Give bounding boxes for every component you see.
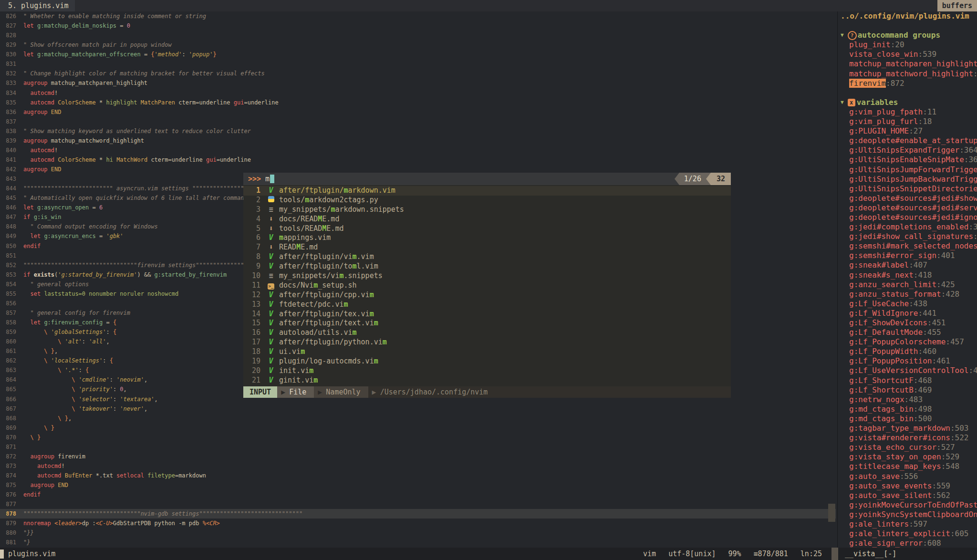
popup-file-row[interactable]: 7⬇README.md: [243, 243, 731, 252]
popup-file-row[interactable]: 16Vautoload/utils.vim: [243, 328, 731, 338]
popup-file-row[interactable]: 3≡my_snippets/markdown.snippets: [243, 205, 731, 215]
search-input[interactable]: m: [265, 175, 270, 183]
sidebar-item[interactable]: g:ale_sign_error:608: [838, 539, 977, 548]
code-line[interactable]: 870 \ }: [0, 433, 836, 442]
popup-file-row[interactable]: 2tools/markdown2ctags.py: [243, 196, 731, 205]
sidebar-section-header[interactable]: ▼?autocommand groups: [838, 31, 977, 40]
sidebar-item[interactable]: g:sneak#s_next:418: [838, 270, 977, 280]
sidebar-item[interactable]: g:Lf_UseVersionControlTool:464: [838, 366, 977, 375]
sidebar-item[interactable]: g:Lf_WildIgnore:441: [838, 309, 977, 318]
sidebar-item[interactable]: g:semshi#mark_selected_nodes:400: [838, 241, 977, 251]
sidebar-item[interactable]: g:Lf_ShortcutB:469: [838, 385, 977, 395]
sidebar-item[interactable]: plug_init:20: [838, 40, 977, 50]
sidebar-item[interactable]: g:netrw_nogx:483: [838, 395, 977, 404]
sidebar-item[interactable]: g:Lf_PopupColorscheme:457: [838, 337, 977, 347]
code-line[interactable]: 836augroup END: [0, 107, 836, 117]
popup-file-row[interactable]: 18Vui.vim: [243, 347, 731, 357]
sidebar-item[interactable]: g:tagbar_type_markdown:503: [838, 424, 977, 433]
sidebar-item[interactable]: g:yoinkSyncSystemClipboardOnFocus:580: [838, 510, 977, 519]
tab-plugins-vim[interactable]: 5. plugins.vim: [0, 0, 75, 11]
popup-file-row[interactable]: 5⬇tools/README.md: [243, 224, 731, 234]
code-line[interactable]: 839augroup matchup_matchword_highlight: [0, 136, 836, 145]
sidebar-item[interactable]: g:ale_linters:597: [838, 519, 977, 529]
code-line[interactable]: 838" Show matching keyword as underlined…: [0, 126, 836, 136]
sidebar-item[interactable]: g:Lf_ShortcutF:468: [838, 376, 977, 385]
code-line[interactable]: 867 \ 'takeover': 'never',: [0, 404, 836, 414]
code-line[interactable]: 873 autocmd!: [0, 461, 836, 471]
popup-file-row[interactable]: 12Vafter/ftplugin/cpp.vim: [243, 290, 731, 300]
code-line[interactable]: 841 autocmd ColorScheme * hi MatchWord c…: [0, 155, 836, 165]
sidebar-item[interactable]: g:vista_stay_on_open:529: [838, 452, 977, 462]
popup-file-row[interactable]: 13Vftdetect/pdc.vim: [243, 300, 731, 310]
collapse-arrow-icon[interactable]: ▼: [841, 31, 844, 40]
popup-file-row[interactable]: 15Vafter/ftplugin/text.vim: [243, 319, 731, 328]
popup-file-row[interactable]: 1Vafter/ftplugin/markdown.vim: [243, 186, 731, 196]
popup-file-row[interactable]: 20Vinit.vim: [243, 366, 731, 376]
sidebar-item[interactable]: g:UltiSnipsJumpBackwardTrigger:367: [838, 175, 977, 184]
sidebar-item[interactable]: g:Lf_PopupPosition:461: [838, 356, 977, 366]
sidebar-item[interactable]: g:vista_echo_cursor:527: [838, 443, 977, 452]
code-line[interactable]: 840 autocmd!: [0, 145, 836, 155]
popup-file-row[interactable]: 9Vafter/ftplugin/toml.vim: [243, 262, 731, 271]
code-line[interactable]: 834 autocmd!: [0, 88, 836, 98]
code-line[interactable]: 874 autocmd BufEnter *.txt setlocal file…: [0, 471, 836, 480]
sidebar-item[interactable]: g:jedi#show_call_signatures:382: [838, 232, 977, 241]
code-line[interactable]: 837: [0, 117, 836, 126]
code-line[interactable]: 869 \ }: [0, 423, 836, 433]
scrollbar-thumb[interactable]: [828, 504, 835, 522]
sidebar-item[interactable]: g:UltiSnipsSnippetDirectories:368: [838, 184, 977, 194]
sidebar-item[interactable]: g:vista#renderer#icons:522: [838, 433, 977, 443]
sidebar-item[interactable]: g:deoplete#enable_at_startup:358: [838, 136, 977, 145]
sidebar-item[interactable]: g:anzu_status_format:428: [838, 290, 977, 299]
popup-file-row[interactable]: 6Vmappings.vim: [243, 233, 731, 243]
code-line[interactable]: 833augroup matchup_matchparen_highlight: [0, 78, 836, 88]
sidebar-item[interactable]: g:md_ctags_bin:498: [838, 404, 977, 414]
sidebar-item[interactable]: g:UltiSnipsExpandTrigger:364: [838, 145, 977, 155]
sidebar-item[interactable]: firenvim:872: [838, 79, 977, 88]
sidebar-item[interactable]: g:UltiSnipsEnableSnipMate:365: [838, 155, 977, 165]
code-line[interactable]: 876endif: [0, 490, 836, 499]
sidebar-item[interactable]: g:anzu_search_limit:425: [838, 280, 977, 290]
sidebar-item[interactable]: g:auto_save_silent:562: [838, 491, 977, 500]
sidebar-item[interactable]: matchup_matchparen_highlight:833: [838, 59, 977, 69]
sidebar-item[interactable]: g:vim_plug_fpath:11: [838, 107, 977, 117]
code-line[interactable]: 881"}: [0, 538, 836, 547]
sidebar-item[interactable]: g:vim_plug_furl:18: [838, 117, 977, 126]
code-line[interactable]: 827let g:matchup_delim_noskips = 0: [0, 21, 836, 31]
sidebar-item[interactable]: g:titlecase_map_keys:548: [838, 462, 977, 471]
sidebar-item[interactable]: g:sneak#label:407: [838, 260, 977, 270]
popup-file-row[interactable]: 19Vplugin/log-autocmds.vim: [243, 357, 731, 366]
code-line[interactable]: 830let g:matchup_matchparen_offscreen = …: [0, 50, 836, 59]
sidebar-item[interactable]: vista_close_win:539: [838, 50, 977, 59]
sidebar-item[interactable]: g:PLUGIN_HOME:27: [838, 126, 977, 136]
code-line[interactable]: 829" Show offscreen match pair in popup …: [0, 40, 836, 50]
code-line[interactable]: 875 augroup END: [0, 480, 836, 490]
popup-file-row[interactable]: 4⬇docs/README.md: [243, 215, 731, 224]
sidebar-item[interactable]: g:Lf_UseCache:438: [838, 299, 977, 309]
code-line[interactable]: 832" Change highlight color of matching …: [0, 69, 836, 78]
sidebar-item[interactable]: g:Lf_DefaultMode:455: [838, 328, 977, 337]
sidebar-item[interactable]: g:auto_save_events:559: [838, 481, 977, 491]
sidebar-item[interactable]: g:auto_save:556: [838, 472, 977, 481]
sidebar-item[interactable]: g:deoplete#sources#jedi#server_timeout:3…: [838, 203, 977, 213]
code-line[interactable]: 878""""""""""""""""""""""""""""""""""nvi…: [0, 509, 836, 519]
sidebar-item[interactable]: g:yoinkMoveCursorToEndOfPaste:575: [838, 500, 977, 510]
popup-file-row[interactable]: 14Vafter/ftplugin/tex.vim: [243, 310, 731, 319]
buffers-label[interactable]: buffers: [937, 0, 977, 11]
popup-file-row[interactable]: 17Vafter/ftplugin/python.vim: [243, 338, 731, 347]
code-line[interactable]: 879nnoremap <leader>dp :<C-U>GdbStartPDB…: [0, 519, 836, 528]
sidebar-section-header[interactable]: ▼xvariables: [838, 98, 977, 107]
popup-file-row[interactable]: 21Vginit.vim: [243, 376, 731, 385]
popup-file-row[interactable]: 10≡my_snippets/vim.snippets: [243, 271, 731, 281]
collapse-arrow-icon[interactable]: ▼: [841, 98, 844, 107]
sidebar-item[interactable]: g:Lf_ShowDevIcons:451: [838, 318, 977, 328]
code-line[interactable]: 877: [0, 499, 836, 509]
code-line[interactable]: 826" Whether to enable matching inside c…: [0, 11, 836, 21]
popup-file-row[interactable]: 11>_docs/Nvim_setup.sh: [243, 281, 731, 290]
sidebar-item[interactable]: matchup_matchword_highlight:839: [838, 69, 977, 79]
code-line[interactable]: 871: [0, 442, 836, 452]
sidebar-item[interactable]: g:UltiSnipsJumpForwardTrigger:366: [838, 165, 977, 175]
code-line[interactable]: 868 \ },: [0, 414, 836, 423]
code-line[interactable]: 872 augroup firenvim: [0, 452, 836, 461]
sidebar-item[interactable]: g:Lf_PopupWidth:460: [838, 347, 977, 356]
